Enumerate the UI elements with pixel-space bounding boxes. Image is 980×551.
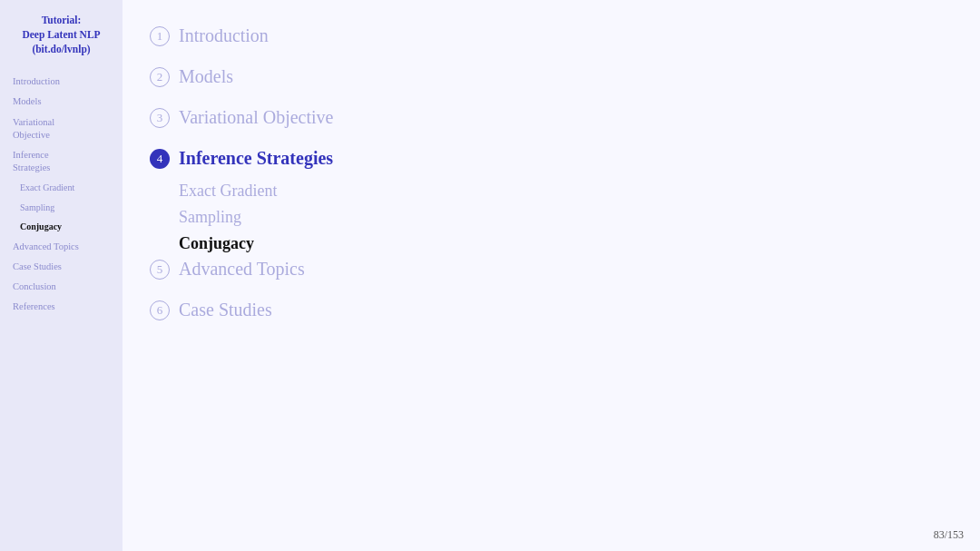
- toc-label-case-studies: Case Studies: [179, 300, 272, 320]
- toc-number-6: 6: [150, 300, 170, 320]
- sidebar-item-inference-strategies[interactable]: InferenceStrategies: [7, 146, 115, 177]
- toc-item-variational-objective: 3 Variational Objective: [150, 107, 944, 128]
- toc-number-4: 4: [150, 149, 170, 169]
- toc-item-inference-strategies: 4 Inference Strategies: [150, 148, 944, 169]
- toc-sub-sampling: Sampling: [179, 208, 944, 227]
- sidebar-item-exact-gradient[interactable]: Exact Gradient: [7, 179, 115, 197]
- page-number: 83/153: [934, 528, 964, 542]
- toc-number-3: 3: [150, 108, 170, 128]
- toc-label-inference-strategies: Inference Strategies: [179, 148, 333, 169]
- toc-label-advanced-topics: Advanced Topics: [179, 259, 305, 280]
- toc-item-advanced-topics: 5 Advanced Topics: [150, 259, 944, 280]
- toc-label-variational-objective: Variational Objective: [179, 107, 334, 128]
- sidebar-item-variational-objective[interactable]: VariationalObjective: [7, 113, 115, 144]
- sidebar-item-sampling[interactable]: Sampling: [7, 199, 115, 217]
- sidebar-item-case-studies[interactable]: Case Studies: [7, 258, 115, 276]
- toc-label-introduction: Introduction: [179, 25, 269, 46]
- sidebar-title: Tutorial: Deep Latent NLP (bit.do/lvnlp): [22, 13, 100, 56]
- toc-item-models: 2 Models: [150, 66, 944, 87]
- toc-item-case-studies: 6 Case Studies: [150, 300, 944, 320]
- toc-number-5: 5: [150, 260, 170, 280]
- sidebar-item-advanced-topics[interactable]: Advanced Topics: [7, 238, 115, 256]
- sidebar-item-references[interactable]: References: [7, 298, 115, 316]
- toc-label-models: Models: [179, 66, 233, 87]
- sidebar-item-models[interactable]: Models: [7, 93, 115, 111]
- toc-sub-conjugacy: Conjugacy: [179, 234, 944, 253]
- toc-number-2: 2: [150, 67, 170, 87]
- sidebar-item-introduction[interactable]: Introduction: [7, 73, 115, 91]
- toc-number-1: 1: [150, 26, 170, 46]
- sidebar: Tutorial: Deep Latent NLP (bit.do/lvnlp)…: [0, 0, 122, 551]
- toc-sub-list-inference: Exact Gradient Sampling Conjugacy: [179, 182, 944, 253]
- main-content: 1 Introduction 2 Models 3 Variational Ob…: [122, 0, 980, 551]
- sidebar-item-conjugacy[interactable]: Conjugacy: [7, 218, 115, 236]
- toc-sub-exact-gradient: Exact Gradient: [179, 182, 944, 201]
- toc-item-introduction: 1 Introduction: [150, 25, 944, 46]
- sidebar-item-conclusion[interactable]: Conclusion: [7, 278, 115, 296]
- sidebar-nav: Introduction Models VariationalObjective…: [7, 73, 115, 316]
